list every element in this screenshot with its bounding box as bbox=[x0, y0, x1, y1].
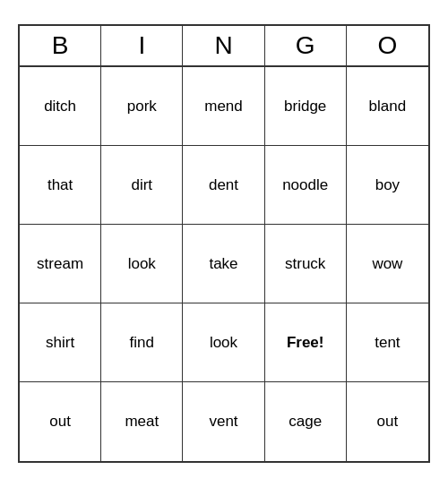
bingo-header: BINGO bbox=[20, 26, 428, 67]
grid-cell[interactable]: struck bbox=[265, 225, 347, 303]
bingo-grid: ditchporkmendbridgeblandthatdirtdentnood… bbox=[20, 67, 428, 461]
grid-cell[interactable]: find bbox=[101, 303, 183, 382]
grid-cell[interactable]: boy bbox=[347, 146, 428, 225]
grid-cell[interactable]: look bbox=[183, 303, 264, 382]
grid-cell[interactable]: ditch bbox=[20, 67, 101, 146]
bingo-card: BINGO ditchporkmendbridgeblandthatdirtde… bbox=[18, 24, 430, 463]
grid-cell[interactable]: that bbox=[20, 146, 101, 225]
free-space-cell[interactable]: Free! bbox=[265, 303, 347, 382]
grid-cell[interactable]: bridge bbox=[265, 67, 347, 146]
grid-cell[interactable]: vent bbox=[183, 382, 264, 461]
grid-cell[interactable]: wow bbox=[347, 225, 428, 303]
grid-cell[interactable]: out bbox=[347, 382, 428, 461]
grid-cell[interactable]: look bbox=[101, 225, 183, 303]
grid-cell[interactable]: dent bbox=[183, 146, 264, 225]
grid-cell[interactable]: cage bbox=[265, 382, 347, 461]
header-cell: N bbox=[183, 26, 264, 65]
grid-cell[interactable]: dirt bbox=[101, 146, 183, 225]
header-cell: O bbox=[347, 26, 428, 65]
header-cell: G bbox=[265, 26, 347, 65]
grid-cell[interactable]: noodle bbox=[265, 146, 347, 225]
grid-cell[interactable]: meat bbox=[101, 382, 183, 461]
grid-cell[interactable]: out bbox=[20, 382, 101, 461]
grid-cell[interactable]: pork bbox=[101, 67, 183, 146]
header-cell: B bbox=[20, 26, 101, 65]
grid-cell[interactable]: bland bbox=[347, 67, 428, 146]
grid-cell[interactable]: shirt bbox=[20, 303, 101, 382]
grid-cell[interactable]: stream bbox=[20, 225, 101, 303]
header-cell: I bbox=[101, 26, 183, 65]
grid-cell[interactable]: take bbox=[183, 225, 264, 303]
grid-cell[interactable]: mend bbox=[183, 67, 264, 146]
grid-cell[interactable]: tent bbox=[347, 303, 428, 382]
